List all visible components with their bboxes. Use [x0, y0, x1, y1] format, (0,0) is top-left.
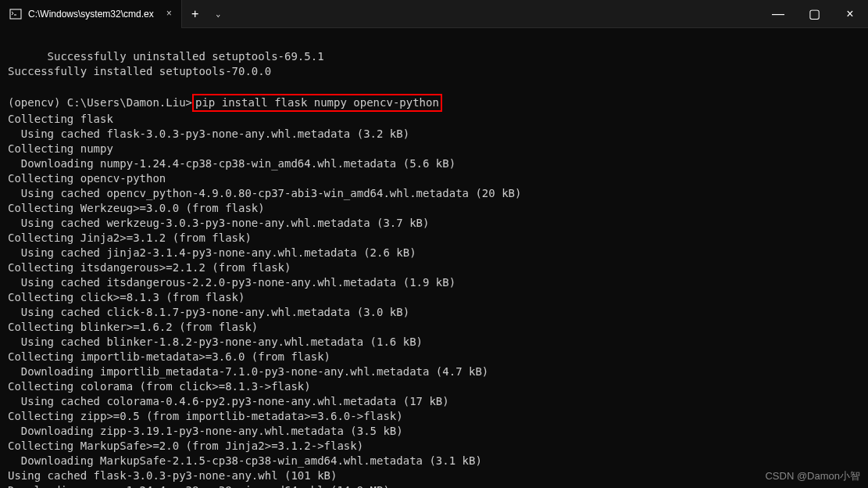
tab-title: C:\Windows\system32\cmd.ex: [28, 9, 154, 20]
terminal-tab[interactable]: C:\Windows\system32\cmd.ex ×: [0, 0, 182, 28]
terminal-line: Using cached click-8.1.7-py3-none-any.wh…: [8, 306, 409, 318]
cmd-icon: [9, 8, 22, 20]
watermark: CSDN @Damon小智: [765, 469, 860, 483]
terminal-line: Downloading importlib_metadata-7.1.0-py3…: [8, 365, 488, 378]
new-tab-button[interactable]: +: [182, 7, 208, 21]
minimize-button[interactable]: —: [760, 0, 796, 28]
close-window-button[interactable]: ×: [832, 0, 868, 28]
svg-rect-0: [10, 9, 21, 19]
terminal-line: Collecting click>=8.1.3 (from flask): [8, 291, 245, 303]
highlighted-command: pip install flask numpy opencv-python: [192, 94, 442, 112]
terminal-line: Using cached jinja2-3.1.4-py3-none-any.w…: [8, 246, 416, 259]
terminal-line: Collecting colorama (from click>=8.1.3->…: [8, 380, 311, 393]
terminal-line: Collecting Werkzeug>=3.0.0 (from flask): [8, 202, 265, 214]
terminal-line: Using cached blinker-1.8.2-py3-none-any.…: [8, 336, 423, 348]
terminal-line: Using cached opencv_python-4.9.0.80-cp37…: [8, 187, 521, 199]
terminal-line: Downloading numpy-1.24.4-cp38-cp38-win_a…: [8, 484, 390, 488]
tab-close-button[interactable]: ×: [166, 9, 172, 20]
terminal-line: Using cached werkzeug-3.0.3-py3-none-any…: [8, 217, 429, 229]
terminal-line: Collecting MarkupSafe>=2.0 (from Jinja2>…: [8, 440, 363, 452]
terminal-line: Collecting blinker>=1.6.2 (from flask): [8, 321, 258, 333]
window-controls: — ▢ ×: [760, 0, 868, 28]
terminal-line: Collecting importlib-metadata>=3.6.0 (fr…: [8, 350, 330, 363]
terminal-line: Using cached itsdangerous-2.2.0-py3-none…: [8, 276, 455, 289]
terminal-line: Downloading numpy-1.24.4-cp38-cp38-win_a…: [8, 157, 455, 170]
terminal-line: Collecting Jinja2>=3.1.2 (from flask): [8, 231, 252, 244]
terminal-line: Collecting numpy: [8, 142, 113, 155]
terminal-line: Successfully installed setuptools-70.0.0: [8, 65, 271, 77]
terminal-line: Successfully uninstalled setuptools-69.5…: [8, 50, 324, 63]
terminal-line: Downloading zipp-3.19.1-py3-none-any.whl…: [8, 425, 403, 437]
terminal-line: Using cached flask-3.0.3-py3-none-any.wh…: [8, 469, 337, 482]
terminal-line: Collecting zipp>=0.5 (from importlib-met…: [8, 410, 403, 422]
terminal-output[interactable]: Successfully uninstalled setuptools-69.5…: [0, 28, 868, 488]
terminal-line: Downloading MarkupSafe-2.1.5-cp38-cp38-w…: [8, 454, 482, 467]
terminal-line: Using cached colorama-0.4.6-py2.py3-none…: [8, 395, 449, 407]
titlebar: C:\Windows\system32\cmd.ex × + ⌄ — ▢ ×: [0, 0, 868, 28]
terminal-line: Collecting opencv-python: [8, 172, 166, 185]
terminal-line: Using cached flask-3.0.3-py3-none-any.wh…: [8, 127, 409, 140]
terminal-line: Collecting itsdangerous>=2.1.2 (from fla…: [8, 261, 291, 274]
prompt-prefix: (opencv) C:\Users\Damon.Liu>: [8, 96, 192, 109]
maximize-button[interactable]: ▢: [796, 0, 832, 28]
terminal-line: Collecting flask: [8, 113, 113, 125]
tab-dropdown-button[interactable]: ⌄: [208, 9, 228, 19]
